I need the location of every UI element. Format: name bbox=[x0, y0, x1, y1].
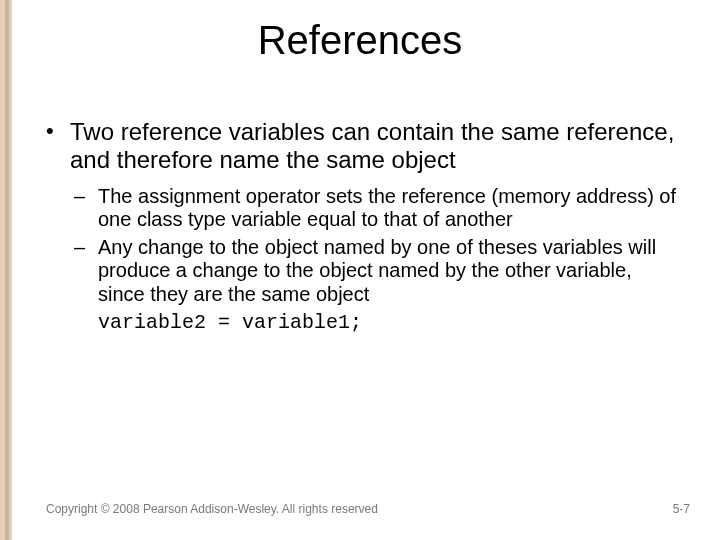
bullet-level2: – Any change to the object named by one … bbox=[46, 236, 682, 307]
bullet-level1-text: Two reference variables can contain the … bbox=[70, 118, 674, 173]
slide-title: References bbox=[0, 18, 720, 63]
footer-copyright: Copyright © 2008 Pearson Addison-Wesley.… bbox=[46, 502, 378, 516]
code-line: variable2 = variable1; bbox=[46, 311, 682, 334]
bullet-level2-text: The assignment operator sets the referen… bbox=[98, 185, 676, 231]
bullet-dot-icon: • bbox=[46, 118, 54, 144]
bullet-level2: – The assignment operator sets the refer… bbox=[46, 185, 682, 232]
accent-bar-inner bbox=[5, 0, 9, 540]
bullet-dash-icon: – bbox=[74, 236, 85, 260]
bullet-level2-text: Any change to the object named by one of… bbox=[98, 236, 656, 305]
footer-page-number: 5-7 bbox=[673, 502, 690, 516]
slide-body: • Two reference variables can contain th… bbox=[46, 118, 682, 334]
bullet-level1: • Two reference variables can contain th… bbox=[46, 118, 682, 175]
bullet-dash-icon: – bbox=[74, 185, 85, 209]
slide: References • Two reference variables can… bbox=[0, 0, 720, 540]
